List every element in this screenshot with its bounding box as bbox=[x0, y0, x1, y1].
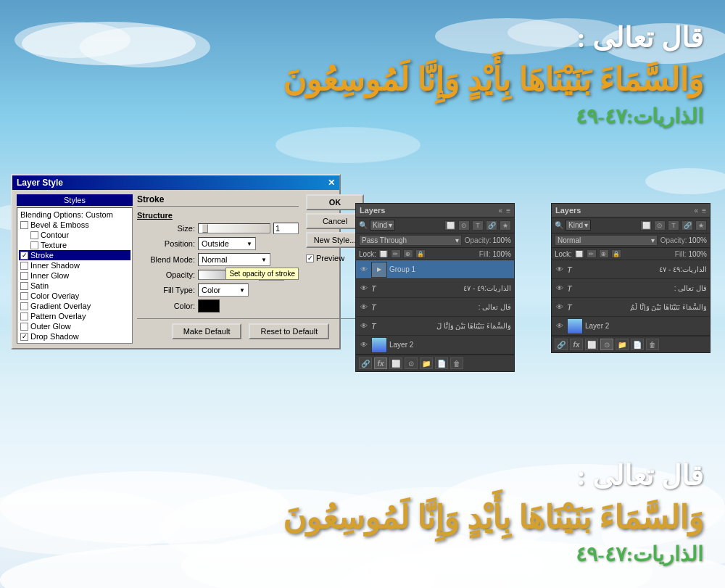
layers-1-collapse-icon[interactable]: « bbox=[499, 207, 503, 215]
contour-item[interactable]: Contour bbox=[19, 230, 130, 240]
layer2-row-text3[interactable]: 👁 T وَالسَّمَاءَ بَنَيْنَاهَا بَيْنَ وَإ… bbox=[552, 298, 710, 317]
size-slider-thumb[interactable] bbox=[202, 224, 208, 233]
eye-icon-text3[interactable]: 👁 bbox=[359, 321, 369, 331]
filter2-icon-5[interactable]: ★ bbox=[695, 220, 707, 231]
lock-icon-3[interactable]: ⊕ bbox=[403, 249, 413, 258]
gradient-overlay-checkbox[interactable] bbox=[20, 302, 28, 310]
size-slider[interactable] bbox=[198, 223, 270, 233]
blend-mode-dropdown[interactable]: Normal ▼ bbox=[198, 253, 270, 266]
eye2-icon-text3[interactable]: 👁 bbox=[555, 302, 565, 312]
layers-2-blend-dropdown[interactable]: Normal ▾ bbox=[555, 235, 658, 246]
eye-icon-layer2[interactable]: 👁 bbox=[359, 340, 369, 350]
stroke-checkbox[interactable] bbox=[20, 252, 28, 260]
inner-glow-checkbox[interactable] bbox=[20, 272, 28, 280]
texture-checkbox[interactable] bbox=[30, 241, 38, 249]
link2-icon[interactable]: 🔗 bbox=[555, 339, 568, 350]
blending-options-item[interactable]: Blending Options: Custom bbox=[19, 210, 130, 220]
group-icon[interactable]: 📁 bbox=[420, 357, 433, 369]
layers-2-collapse-icon[interactable]: « bbox=[695, 207, 699, 215]
eye2-icon-text1[interactable]: 👁 bbox=[555, 265, 565, 275]
satin-item[interactable]: Satin bbox=[19, 281, 130, 291]
layers-2-fill-value[interactable]: 100% bbox=[688, 250, 707, 258]
reset-to-default-button[interactable]: Reset to Default bbox=[249, 323, 329, 339]
eye-icon-text2[interactable]: 👁 bbox=[359, 302, 369, 312]
preview-checkbox[interactable] bbox=[306, 254, 314, 262]
delete2-icon[interactable]: 🗑 bbox=[646, 339, 659, 350]
layers-1-kind-dropdown[interactable]: Kind ▾ bbox=[370, 220, 395, 231]
layer2-row-text2[interactable]: 👁 T قال تعالى : bbox=[552, 279, 710, 298]
fill-type-dropdown[interactable]: Color ▼ bbox=[198, 283, 249, 297]
layers-2-kind-dropdown[interactable]: Kind ▾ bbox=[566, 220, 591, 231]
filter2-icon-4[interactable]: 🔗 bbox=[682, 220, 693, 231]
lock2-icon-2[interactable]: ✏ bbox=[587, 249, 597, 258]
layer-row-layer2[interactable]: 👁 Layer 2 bbox=[356, 336, 514, 355]
layer-row-text2[interactable]: 👁 T قال تعالى : bbox=[356, 298, 514, 317]
layer-row-text3[interactable]: 👁 T وَالسَّمَاءَ بَنَيْنَاهَا بَيْنَ وَإ… bbox=[356, 317, 514, 336]
layer2-row-layer2[interactable]: 👁 Layer 2 bbox=[552, 317, 710, 336]
lock2-icon-4[interactable]: 🔒 bbox=[611, 249, 621, 258]
inner-shadow-item[interactable]: Inner Shadow bbox=[19, 260, 130, 270]
fx-icon[interactable]: fx bbox=[374, 357, 387, 369]
layer2-row-text1[interactable]: 👁 T الذاريات:٤٩ - ٤٧ bbox=[552, 260, 710, 279]
adjustment-icon[interactable]: ⊙ bbox=[405, 357, 418, 369]
texture-item[interactable]: Texture bbox=[19, 240, 130, 250]
make-default-button[interactable]: Make Default bbox=[172, 323, 242, 339]
eye2-icon-layer2[interactable]: 👁 bbox=[555, 321, 565, 331]
lock2-icon-3[interactable]: ⊕ bbox=[599, 249, 609, 258]
gradient-overlay-item[interactable]: Gradient Overlay bbox=[19, 301, 130, 311]
layers-1-kind-label: Kind bbox=[373, 221, 387, 229]
pattern-overlay-item[interactable]: Pattern Overlay bbox=[19, 311, 130, 321]
filter2-icon-3[interactable]: T bbox=[668, 220, 679, 231]
drop-shadow-checkbox[interactable] bbox=[20, 333, 28, 341]
filter2-icon-1[interactable]: ⬜ bbox=[640, 220, 652, 231]
filter-icon-3[interactable]: T bbox=[472, 220, 484, 231]
filter2-icon-2[interactable]: ⊙ bbox=[654, 220, 666, 231]
lock2-icon-1[interactable]: ⬜ bbox=[574, 249, 584, 258]
mask-icon[interactable]: ⬜ bbox=[389, 357, 402, 369]
inner-shadow-checkbox[interactable] bbox=[20, 262, 28, 270]
layers-1-blend-dropdown[interactable]: Pass Through ▾ bbox=[359, 235, 462, 246]
layers-1-opacity-value[interactable]: 100% bbox=[492, 236, 511, 244]
layer-row-text1[interactable]: 👁 T الذاريات:٤٩ - ٤٧ bbox=[356, 279, 514, 298]
layers-2-menu-icon[interactable]: ≡ bbox=[702, 207, 706, 215]
eye-icon-text1[interactable]: 👁 bbox=[359, 283, 369, 294]
layers-1-lock-row: Lock: ⬜ ✏ ⊕ 🔒 Fill: 100% bbox=[356, 248, 514, 260]
eye2-icon-text2[interactable]: 👁 bbox=[555, 283, 565, 294]
lock-icon-1[interactable]: ⬜ bbox=[378, 249, 389, 258]
pattern-overlay-checkbox[interactable] bbox=[20, 312, 28, 320]
position-dropdown[interactable]: Outside ▼ bbox=[198, 237, 256, 250]
fx2-icon[interactable]: fx bbox=[570, 339, 583, 350]
color-swatch[interactable] bbox=[198, 299, 220, 312]
drop-shadow-item[interactable]: Drop Shadow bbox=[19, 331, 130, 341]
dialog-close-icon[interactable]: ✕ bbox=[328, 178, 335, 188]
layers-2-opacity-value[interactable]: 100% bbox=[688, 236, 707, 244]
outer-glow-checkbox[interactable] bbox=[20, 323, 28, 331]
filter-icon-4[interactable]: 🔗 bbox=[486, 220, 497, 231]
lock-icon-2[interactable]: ✏ bbox=[391, 249, 401, 258]
adjustment2-icon[interactable]: ⊙ bbox=[600, 339, 613, 350]
group2-icon[interactable]: 📁 bbox=[616, 339, 629, 350]
mask2-icon[interactable]: ⬜ bbox=[585, 339, 598, 350]
filter-icon-2[interactable]: ⊙ bbox=[458, 220, 470, 231]
bevel-emboss-item[interactable]: Bevel & Emboss bbox=[19, 220, 130, 230]
outer-glow-item[interactable]: Outer Glow bbox=[19, 321, 130, 331]
filter-icon-1[interactable]: ⬜ bbox=[444, 220, 456, 231]
delete-icon[interactable]: 🗑 bbox=[450, 357, 463, 369]
color-overlay-item[interactable]: Color Overlay bbox=[19, 291, 130, 301]
lock-icon-4[interactable]: 🔒 bbox=[415, 249, 426, 258]
layers-1-menu-icon[interactable]: ≡ bbox=[506, 207, 510, 215]
inner-glow-item[interactable]: Inner Glow bbox=[19, 270, 130, 281]
filter-icon-5[interactable]: ★ bbox=[500, 220, 511, 231]
color-overlay-checkbox[interactable] bbox=[20, 292, 28, 300]
satin-checkbox[interactable] bbox=[20, 282, 28, 290]
link-icon[interactable]: 🔗 bbox=[359, 357, 372, 369]
eye-icon-group1[interactable]: 👁 bbox=[359, 265, 369, 275]
layer-row-group1[interactable]: 👁 ▶ Group 1 bbox=[356, 260, 514, 279]
contour-checkbox[interactable] bbox=[30, 231, 38, 239]
layers-1-fill-value[interactable]: 100% bbox=[492, 250, 511, 258]
new-layer-icon[interactable]: 📄 bbox=[435, 357, 448, 369]
size-input[interactable] bbox=[273, 223, 299, 234]
bevel-emboss-checkbox[interactable] bbox=[20, 221, 28, 229]
stroke-item[interactable]: Stroke bbox=[19, 250, 130, 260]
new-layer2-icon[interactable]: 📄 bbox=[631, 339, 644, 350]
